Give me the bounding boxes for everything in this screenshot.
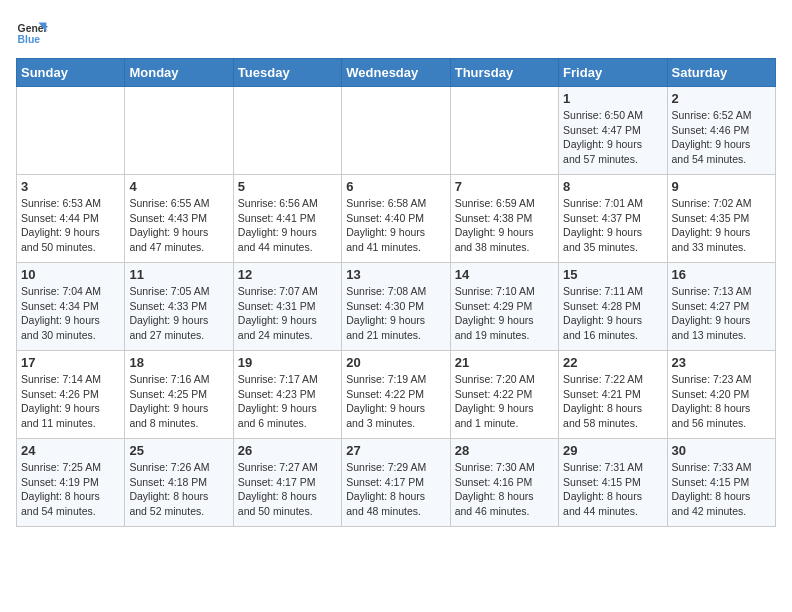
day-info: Sunrise: 7:07 AM Sunset: 4:31 PM Dayligh… [238, 284, 337, 343]
day-number: 15 [563, 267, 662, 282]
day-info: Sunrise: 7:20 AM Sunset: 4:22 PM Dayligh… [455, 372, 554, 431]
calendar-cell: 9Sunrise: 7:02 AM Sunset: 4:35 PM Daylig… [667, 175, 775, 263]
day-number: 26 [238, 443, 337, 458]
calendar-cell: 17Sunrise: 7:14 AM Sunset: 4:26 PM Dayli… [17, 351, 125, 439]
calendar-week-row: 10Sunrise: 7:04 AM Sunset: 4:34 PM Dayli… [17, 263, 776, 351]
day-number: 16 [672, 267, 771, 282]
day-number: 11 [129, 267, 228, 282]
calendar-cell [342, 87, 450, 175]
calendar-cell: 25Sunrise: 7:26 AM Sunset: 4:18 PM Dayli… [125, 439, 233, 527]
day-number: 19 [238, 355, 337, 370]
calendar-cell [450, 87, 558, 175]
calendar-cell: 21Sunrise: 7:20 AM Sunset: 4:22 PM Dayli… [450, 351, 558, 439]
day-info: Sunrise: 6:58 AM Sunset: 4:40 PM Dayligh… [346, 196, 445, 255]
day-number: 13 [346, 267, 445, 282]
day-number: 2 [672, 91, 771, 106]
calendar-cell: 6Sunrise: 6:58 AM Sunset: 4:40 PM Daylig… [342, 175, 450, 263]
calendar-cell: 26Sunrise: 7:27 AM Sunset: 4:17 PM Dayli… [233, 439, 341, 527]
calendar-cell: 3Sunrise: 6:53 AM Sunset: 4:44 PM Daylig… [17, 175, 125, 263]
day-info: Sunrise: 6:55 AM Sunset: 4:43 PM Dayligh… [129, 196, 228, 255]
calendar-cell: 29Sunrise: 7:31 AM Sunset: 4:15 PM Dayli… [559, 439, 667, 527]
day-number: 27 [346, 443, 445, 458]
day-info: Sunrise: 7:08 AM Sunset: 4:30 PM Dayligh… [346, 284, 445, 343]
day-info: Sunrise: 7:19 AM Sunset: 4:22 PM Dayligh… [346, 372, 445, 431]
day-number: 17 [21, 355, 120, 370]
calendar-cell: 14Sunrise: 7:10 AM Sunset: 4:29 PM Dayli… [450, 263, 558, 351]
day-number: 12 [238, 267, 337, 282]
day-number: 20 [346, 355, 445, 370]
calendar-cell: 18Sunrise: 7:16 AM Sunset: 4:25 PM Dayli… [125, 351, 233, 439]
calendar-cell: 20Sunrise: 7:19 AM Sunset: 4:22 PM Dayli… [342, 351, 450, 439]
day-info: Sunrise: 6:56 AM Sunset: 4:41 PM Dayligh… [238, 196, 337, 255]
logo-icon: General Blue [16, 16, 48, 48]
page-header: General Blue [16, 16, 776, 48]
day-info: Sunrise: 7:01 AM Sunset: 4:37 PM Dayligh… [563, 196, 662, 255]
day-info: Sunrise: 7:05 AM Sunset: 4:33 PM Dayligh… [129, 284, 228, 343]
day-number: 22 [563, 355, 662, 370]
calendar-cell: 4Sunrise: 6:55 AM Sunset: 4:43 PM Daylig… [125, 175, 233, 263]
day-number: 25 [129, 443, 228, 458]
calendar-cell: 2Sunrise: 6:52 AM Sunset: 4:46 PM Daylig… [667, 87, 775, 175]
calendar-header-row: SundayMondayTuesdayWednesdayThursdayFrid… [17, 59, 776, 87]
day-of-week-header: Friday [559, 59, 667, 87]
calendar-cell: 30Sunrise: 7:33 AM Sunset: 4:15 PM Dayli… [667, 439, 775, 527]
day-number: 21 [455, 355, 554, 370]
calendar-cell: 23Sunrise: 7:23 AM Sunset: 4:20 PM Dayli… [667, 351, 775, 439]
day-number: 30 [672, 443, 771, 458]
calendar-cell: 19Sunrise: 7:17 AM Sunset: 4:23 PM Dayli… [233, 351, 341, 439]
day-of-week-header: Tuesday [233, 59, 341, 87]
day-info: Sunrise: 7:13 AM Sunset: 4:27 PM Dayligh… [672, 284, 771, 343]
calendar-cell: 22Sunrise: 7:22 AM Sunset: 4:21 PM Dayli… [559, 351, 667, 439]
calendar-cell: 13Sunrise: 7:08 AM Sunset: 4:30 PM Dayli… [342, 263, 450, 351]
day-info: Sunrise: 7:25 AM Sunset: 4:19 PM Dayligh… [21, 460, 120, 519]
day-of-week-header: Wednesday [342, 59, 450, 87]
day-info: Sunrise: 7:14 AM Sunset: 4:26 PM Dayligh… [21, 372, 120, 431]
day-info: Sunrise: 6:52 AM Sunset: 4:46 PM Dayligh… [672, 108, 771, 167]
calendar-week-row: 24Sunrise: 7:25 AM Sunset: 4:19 PM Dayli… [17, 439, 776, 527]
calendar-cell: 5Sunrise: 6:56 AM Sunset: 4:41 PM Daylig… [233, 175, 341, 263]
day-of-week-header: Thursday [450, 59, 558, 87]
day-info: Sunrise: 7:04 AM Sunset: 4:34 PM Dayligh… [21, 284, 120, 343]
calendar-week-row: 17Sunrise: 7:14 AM Sunset: 4:26 PM Dayli… [17, 351, 776, 439]
day-info: Sunrise: 7:29 AM Sunset: 4:17 PM Dayligh… [346, 460, 445, 519]
calendar-cell [233, 87, 341, 175]
day-info: Sunrise: 6:53 AM Sunset: 4:44 PM Dayligh… [21, 196, 120, 255]
calendar-cell: 7Sunrise: 6:59 AM Sunset: 4:38 PM Daylig… [450, 175, 558, 263]
calendar-cell: 15Sunrise: 7:11 AM Sunset: 4:28 PM Dayli… [559, 263, 667, 351]
day-number: 4 [129, 179, 228, 194]
calendar-cell: 8Sunrise: 7:01 AM Sunset: 4:37 PM Daylig… [559, 175, 667, 263]
day-info: Sunrise: 7:26 AM Sunset: 4:18 PM Dayligh… [129, 460, 228, 519]
day-info: Sunrise: 7:17 AM Sunset: 4:23 PM Dayligh… [238, 372, 337, 431]
calendar-week-row: 1Sunrise: 6:50 AM Sunset: 4:47 PM Daylig… [17, 87, 776, 175]
day-number: 7 [455, 179, 554, 194]
day-info: Sunrise: 7:30 AM Sunset: 4:16 PM Dayligh… [455, 460, 554, 519]
calendar-cell: 1Sunrise: 6:50 AM Sunset: 4:47 PM Daylig… [559, 87, 667, 175]
day-number: 29 [563, 443, 662, 458]
day-number: 5 [238, 179, 337, 194]
day-number: 23 [672, 355, 771, 370]
calendar-cell: 28Sunrise: 7:30 AM Sunset: 4:16 PM Dayli… [450, 439, 558, 527]
day-number: 3 [21, 179, 120, 194]
day-info: Sunrise: 7:02 AM Sunset: 4:35 PM Dayligh… [672, 196, 771, 255]
day-info: Sunrise: 7:16 AM Sunset: 4:25 PM Dayligh… [129, 372, 228, 431]
calendar-cell: 11Sunrise: 7:05 AM Sunset: 4:33 PM Dayli… [125, 263, 233, 351]
logo: General Blue [16, 16, 48, 48]
calendar-table: SundayMondayTuesdayWednesdayThursdayFrid… [16, 58, 776, 527]
day-of-week-header: Saturday [667, 59, 775, 87]
svg-text:Blue: Blue [18, 34, 41, 45]
day-info: Sunrise: 7:27 AM Sunset: 4:17 PM Dayligh… [238, 460, 337, 519]
day-info: Sunrise: 6:50 AM Sunset: 4:47 PM Dayligh… [563, 108, 662, 167]
day-info: Sunrise: 7:22 AM Sunset: 4:21 PM Dayligh… [563, 372, 662, 431]
calendar-cell [125, 87, 233, 175]
day-of-week-header: Monday [125, 59, 233, 87]
calendar-cell: 10Sunrise: 7:04 AM Sunset: 4:34 PM Dayli… [17, 263, 125, 351]
day-info: Sunrise: 7:33 AM Sunset: 4:15 PM Dayligh… [672, 460, 771, 519]
calendar-cell: 16Sunrise: 7:13 AM Sunset: 4:27 PM Dayli… [667, 263, 775, 351]
day-number: 28 [455, 443, 554, 458]
day-of-week-header: Sunday [17, 59, 125, 87]
day-info: Sunrise: 7:23 AM Sunset: 4:20 PM Dayligh… [672, 372, 771, 431]
day-number: 8 [563, 179, 662, 194]
day-number: 14 [455, 267, 554, 282]
day-info: Sunrise: 6:59 AM Sunset: 4:38 PM Dayligh… [455, 196, 554, 255]
calendar-cell: 24Sunrise: 7:25 AM Sunset: 4:19 PM Dayli… [17, 439, 125, 527]
